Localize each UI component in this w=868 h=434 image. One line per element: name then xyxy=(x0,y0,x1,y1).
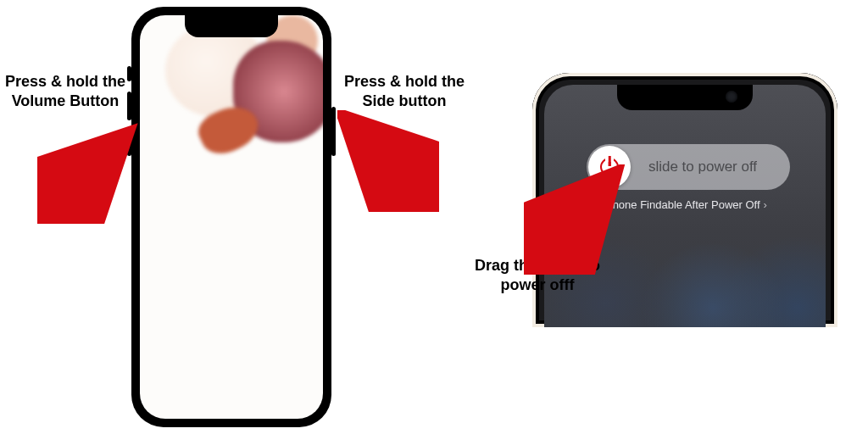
arrow-side xyxy=(337,110,439,212)
slider-label: slide to power off xyxy=(631,159,790,175)
svg-line-1 xyxy=(353,125,429,202)
label-volume: Press & hold the Volume Button xyxy=(2,72,129,112)
chevron-right-icon: › xyxy=(764,198,767,211)
arrow-volume xyxy=(37,122,139,224)
screen-wallpaper xyxy=(140,15,323,419)
label-drag: Drag the slider to power offf xyxy=(465,256,610,296)
svg-line-0 xyxy=(47,142,119,214)
power-off-slider[interactable]: slide to power off xyxy=(587,144,790,190)
iphone-left xyxy=(131,7,331,427)
side-button[interactable] xyxy=(331,107,336,156)
findable-text: iPhone Findable After Power Off xyxy=(603,198,760,211)
notch xyxy=(185,15,278,37)
volume-down-button[interactable] xyxy=(127,127,131,156)
findable-link[interactable]: iPhone Findable After Power Off› xyxy=(544,198,826,211)
power-icon xyxy=(600,158,619,176)
label-side: Press & hold the Side button xyxy=(342,72,466,112)
slider-knob[interactable] xyxy=(588,146,631,188)
notch xyxy=(617,85,753,110)
